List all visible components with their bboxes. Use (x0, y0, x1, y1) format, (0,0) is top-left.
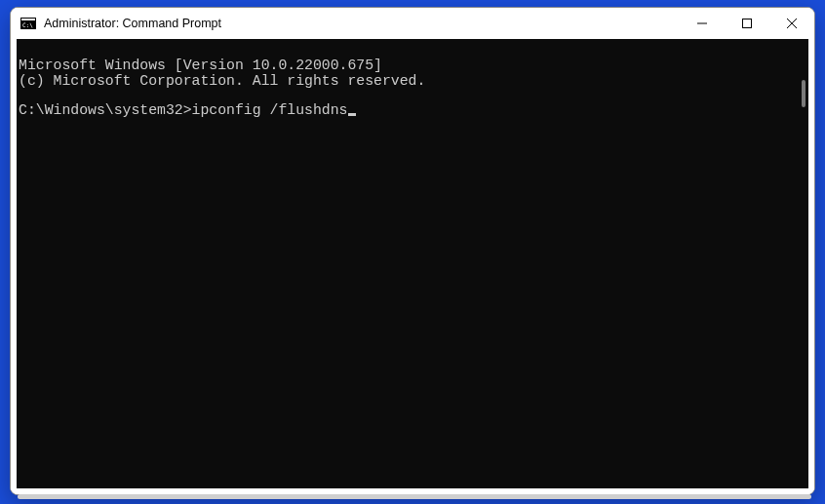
terminal-container: Microsoft Windows [Version 10.0.22000.67… (11, 39, 814, 494)
command-prompt-window: C:\ Administrator: Command Prompt Micros… (10, 7, 815, 495)
vertical-scrollbar-thumb[interactable] (802, 80, 805, 107)
minimize-button[interactable] (680, 8, 725, 39)
prompt-text: C:\Windows\system32> (19, 102, 192, 118)
title-bar[interactable]: C:\ Administrator: Command Prompt (11, 8, 814, 39)
minimize-icon (697, 19, 707, 28)
window-controls (680, 8, 814, 39)
svg-rect-4 (743, 19, 752, 28)
command-text: ipconfig /flushdns (192, 102, 348, 118)
window-title: Administrator: Command Prompt (44, 17, 680, 30)
version-line: Microsoft Windows [Version 10.0.22000.67… (19, 58, 806, 74)
terminal-output[interactable]: Microsoft Windows [Version 10.0.22000.67… (17, 39, 808, 488)
cursor (348, 113, 356, 116)
prompt-line: C:\Windows\system32>ipconfig /flushdns (19, 103, 806, 119)
maximize-button[interactable] (725, 8, 769, 39)
app-icon: C:\ (20, 16, 36, 31)
horizontal-scrollbar[interactable] (18, 494, 811, 499)
copyright-line: (c) Microsoft Corporation. All rights re… (19, 74, 806, 90)
svg-rect-1 (21, 19, 35, 20)
close-button[interactable] (769, 8, 814, 39)
close-icon (787, 19, 797, 28)
svg-text:C:\: C:\ (22, 21, 33, 28)
maximize-icon (742, 19, 752, 28)
